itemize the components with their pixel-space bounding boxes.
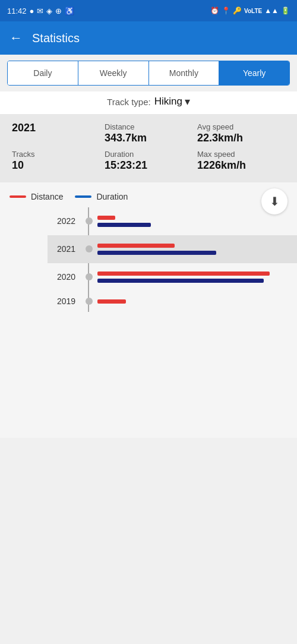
chart-row-2022: 2022 [48,207,297,235]
tab-daily[interactable]: Daily [8,61,78,85]
tracks-value: 10 [12,159,100,172]
back-button[interactable]: ← [10,30,23,46]
chart-bars-2021 [97,244,216,255]
chart-row-2021: 2021 [48,235,297,263]
timeline-dot-2022 [86,217,93,225]
top-bar: ← Statistics [0,21,297,55]
duration-value: 15:23:21 [105,159,192,172]
legend-duration: Duration [75,192,128,201]
duration-bar-2022 [97,223,151,227]
chart-rows: 2022 2021 2020 20 [0,207,297,312]
status-right: ⏰ 📍 🔑 VoLTE ▲▲ 🔋 [210,7,290,15]
distance-bar-2020 [97,272,270,276]
chevron-down-icon: ▾ [185,95,190,108]
tab-yearly[interactable]: Yearly [219,61,289,85]
chart-legend: Distance Duration [0,190,297,207]
location-icon: 📍 [222,7,230,15]
download-icon: ⬇ [270,194,280,209]
page-title: Statistics [32,31,80,45]
tab-monthly[interactable]: Monthly [149,61,220,85]
track-type-selector[interactable]: Hiking ▾ [154,95,190,108]
signal-bars-icon: ▲▲ [264,7,279,15]
track-type-label: Track type: [107,97,151,107]
bottom-padding [0,319,297,438]
chart-bars-2020 [97,272,270,283]
distance-bar-2019 [97,299,126,304]
distance-legend-label: Distance [31,192,63,201]
volte-icon: VoLTE [244,8,262,14]
legend-distance: Distance [10,192,63,201]
chart-row-2019: 2019 [48,291,297,312]
max-speed-label: Max speed [197,149,285,159]
duration-legend-line [75,195,91,198]
timeline-dot-2020 [86,273,93,280]
max-speed-value: 1226km/h [197,159,285,172]
message-icon: ✉ [37,7,43,15]
chart-bars-2019 [97,299,126,304]
time-display: 11:42 [7,7,27,15]
layers-icon: ⊕ [55,7,62,15]
signal-icon: ● [30,7,34,15]
status-left: 11:42 ● ✉ ◈ ⊕ ♿ [7,7,74,15]
chart-row-2020: 2020 [48,263,297,291]
duration-label: Duration [105,149,192,159]
timeline-dot-2021 [86,245,93,252]
distance-bar-2022 [97,216,115,220]
battery-icon: 🔋 [281,7,290,15]
shield-icon: ◈ [46,7,52,15]
distance-bar-2021 [97,244,175,248]
status-bar: 11:42 ● ✉ ◈ ⊕ ♿ ⏰ 📍 🔑 VoLTE ▲▲ 🔋 [0,0,297,21]
stats-panel: 2021 Distance 343.7km Avg speed 22.3km/h… [0,114,297,182]
tab-bar: Daily Weekly Monthly Yearly [7,61,290,86]
accessibility-icon: ♿ [65,7,74,15]
distance-value: 343.7km [105,131,192,145]
key-icon: 🔑 [233,7,242,15]
track-type-value: Hiking [154,96,182,108]
timeline-dot-2019 [86,298,93,305]
tracks-label: Tracks [12,149,100,159]
chart-container: Distance Duration ⬇ 2022 2021 [0,182,297,319]
stats-grid: 2021 Distance 343.7km Avg speed 22.3km/h… [12,121,285,173]
duration-legend-label: Duration [96,192,128,201]
duration-bar-2020 [97,279,264,283]
distance-legend-line [10,195,26,198]
alarm-icon: ⏰ [210,7,219,15]
year-value: 2021 [12,121,100,135]
duration-bar-2021 [97,251,216,255]
tab-weekly[interactable]: Weekly [78,61,149,85]
track-type-row: Track type: Hiking ▾ [0,91,297,114]
distance-label: Distance [105,121,192,131]
avg-speed-value: 22.3km/h [197,131,285,145]
avg-speed-label: Avg speed [197,121,285,131]
chart-bars-2022 [97,216,151,227]
